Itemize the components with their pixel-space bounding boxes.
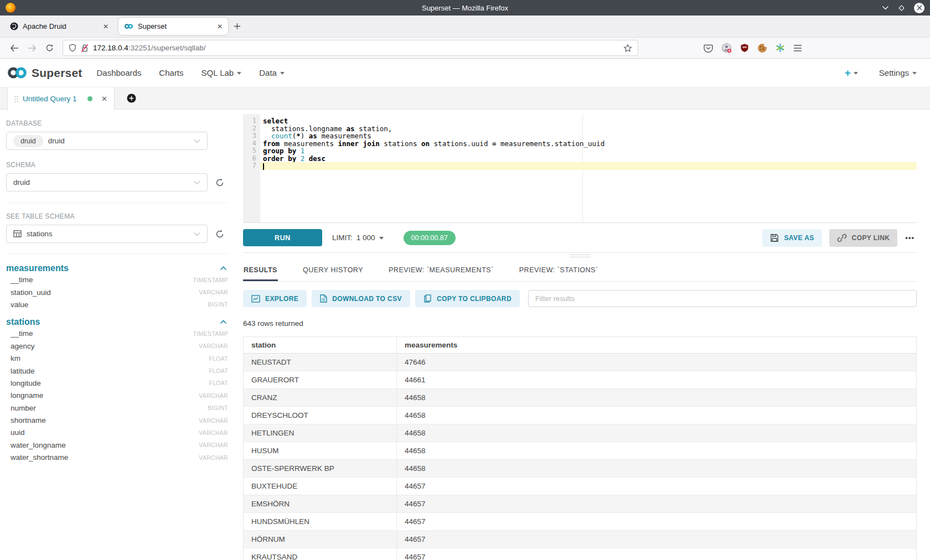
nav-item-charts[interactable]: Charts (159, 68, 183, 77)
cell-measurements: 44658 (397, 442, 916, 459)
new-tab-button[interactable] (234, 23, 241, 30)
close-icon[interactable]: ✕ (103, 23, 108, 30)
explore-button[interactable]: EXPLORE (243, 290, 307, 307)
code-line[interactable]: group by 1 (260, 147, 917, 155)
window-maximize-button[interactable] (898, 4, 905, 12)
forward-button[interactable] (28, 44, 37, 52)
code-line[interactable]: order by 2 desc (260, 155, 917, 163)
reload-button[interactable] (45, 44, 54, 52)
tab-label: Apache Druid (23, 22, 99, 30)
close-icon[interactable]: ✕ (101, 95, 107, 103)
ublock-origin-icon[interactable]: UO (740, 43, 749, 53)
menu-hamburger-icon[interactable] (793, 44, 802, 52)
tab-query-history[interactable]: QUERY HISTORY (302, 260, 364, 281)
nav-item-data[interactable]: Data (259, 68, 285, 77)
tracking-shield-icon[interactable] (69, 44, 76, 52)
code-line[interactable]: stations.longname as station, (260, 125, 917, 133)
copy-link-button[interactable]: COPY LINK (829, 229, 898, 247)
refresh-schemas-icon[interactable] (215, 178, 225, 188)
chevron-down-icon (912, 72, 917, 75)
table-schema-list: measurements__timeTIMESTAMPstation_uuidV… (6, 263, 228, 463)
code-line[interactable]: count(*) as measurements (260, 132, 917, 140)
bookmark-star-icon[interactable] (623, 44, 632, 53)
query-tab-title: Untitled Query 1 (23, 95, 83, 103)
new-query-tab-button[interactable] (127, 87, 136, 109)
browser-tab-superset[interactable]: Superset ✕ (118, 18, 228, 35)
colorful-asterisk-extension-icon[interactable] (776, 43, 785, 53)
url-text: 172.18.0.4:32251/superset/sqllab/ (93, 44, 205, 52)
tab-preview-measurements[interactable]: PREVIEW: `MEASUREMENTS` (388, 260, 494, 281)
cell-station: EMSHÖRN (244, 495, 397, 512)
download-csv-button[interactable]: DOWNLOAD TO CSV (312, 290, 410, 307)
drag-dots-icon (14, 96, 18, 102)
code-line[interactable]: from measurements inner join stations on… (260, 140, 917, 148)
copy-to-clipboard-button[interactable]: COPY TO CLIPBOARD (415, 290, 520, 307)
sqllab-workspace: 1234567 select stations.longname as stat… (243, 110, 917, 560)
schema-column-row: uuidVARCHAR (6, 427, 228, 438)
table-section-stations[interactable]: stations (6, 317, 228, 327)
code-line[interactable] (260, 162, 917, 170)
chart-icon (251, 295, 260, 303)
column-header-measurements: measurements (397, 337, 916, 353)
window-close-button[interactable] (914, 3, 924, 13)
nav-item-dashboards[interactable]: Dashboards (96, 68, 141, 77)
results-actions: EXPLORE DOWNLOAD TO CSV COPY TO CLIPBOAR… (243, 290, 917, 307)
results-table-body: NEUSTADT47646GRAUERORT44661CRANZ44658DRE… (244, 354, 916, 560)
tab-preview-stations[interactable]: PREVIEW: `STATIONS` (519, 260, 599, 281)
chevron-down-icon (237, 72, 241, 75)
table-schema-select[interactable]: stations (6, 225, 208, 243)
cell-measurements: 44658 (397, 389, 916, 406)
refresh-tables-icon[interactable] (215, 229, 225, 239)
cell-station: HETLINGEN (244, 424, 397, 442)
tab-label: Superset (138, 22, 213, 30)
url-bar[interactable]: 172.18.0.4:32251/superset/sqllab/ (63, 40, 638, 56)
cell-station: GRAUERORT (244, 371, 397, 388)
schema-column-row: station_uuidVARCHAR (6, 286, 228, 298)
pane-resize-handle[interactable] (570, 255, 591, 259)
pocket-icon[interactable] (704, 44, 713, 53)
save-as-button[interactable]: SAVE AS (762, 229, 822, 247)
table-row: GRAUERORT44661 (244, 371, 916, 389)
table-row: HETLINGEN44658 (244, 424, 916, 442)
query-status-dot (87, 96, 92, 101)
schema-select[interactable]: druid (6, 173, 208, 191)
superset-logo-home-link[interactable]: Superset (6, 66, 82, 80)
window-titlebar: Superset — Mozilla Firefox (0, 0, 930, 15)
filter-results-input[interactable] (528, 290, 917, 307)
sql-editor[interactable]: 1234567 select stations.longname as stat… (243, 114, 917, 223)
nav-item-sql-lab[interactable]: SQL Lab (202, 68, 242, 77)
collapse-chevron-icon[interactable] (220, 266, 228, 271)
svg-text:UO: UO (742, 46, 747, 49)
results-table: stationmeasurements NEUSTADT47646GRAUERO… (243, 336, 917, 560)
table-section-measurements[interactable]: measurements (6, 263, 228, 273)
cell-measurements: 44658 (397, 424, 916, 442)
table-row: DREYSCHLOOT44658 (244, 407, 916, 424)
browser-tabbar: Apache Druid ✕ Superset ✕ (0, 15, 930, 37)
code-line[interactable]: select (260, 117, 917, 125)
cell-measurements: 44657 (397, 548, 916, 560)
run-button[interactable]: RUN (243, 229, 322, 246)
editor-code-area[interactable]: select stations.longname as station, cou… (260, 114, 917, 222)
browser-tab-apache-druid[interactable]: Apache Druid ✕ (4, 18, 114, 35)
chevron-down-icon (194, 232, 200, 236)
insecure-lock-icon[interactable] (81, 44, 89, 53)
settings-menu[interactable]: Settings (879, 68, 917, 77)
account-extension-icon[interactable] (721, 43, 732, 53)
results-table-header: stationmeasurements (244, 337, 916, 354)
results-pane: RESULTS QUERY HISTORY PREVIEW: `MEASUREM… (243, 253, 917, 560)
tab-results[interactable]: RESULTS (243, 260, 278, 281)
back-button[interactable] (10, 44, 19, 52)
cell-station: HÖRNUM (244, 531, 397, 548)
limit-dropdown[interactable]: LIMIT: 1 000 (332, 234, 384, 242)
more-actions-button[interactable]: ••• (905, 234, 914, 242)
editor-toolbar: RUN LIMIT: 1 000 00:00:00.87 SAVE AS COP… (243, 223, 917, 253)
collapse-chevron-icon[interactable] (220, 320, 228, 324)
window-minimize-button[interactable] (882, 6, 889, 10)
brand-name: Superset (32, 66, 82, 80)
database-select[interactable]: druid druid (6, 132, 208, 150)
new-item-plus-button[interactable]: + (845, 67, 858, 79)
query-tab-untitled-query-1[interactable]: Untitled Query 1 ✕ (7, 87, 115, 110)
cookie-extension-icon[interactable] (757, 43, 767, 53)
cell-measurements: 44657 (397, 495, 916, 512)
close-icon[interactable]: ✕ (217, 23, 223, 30)
